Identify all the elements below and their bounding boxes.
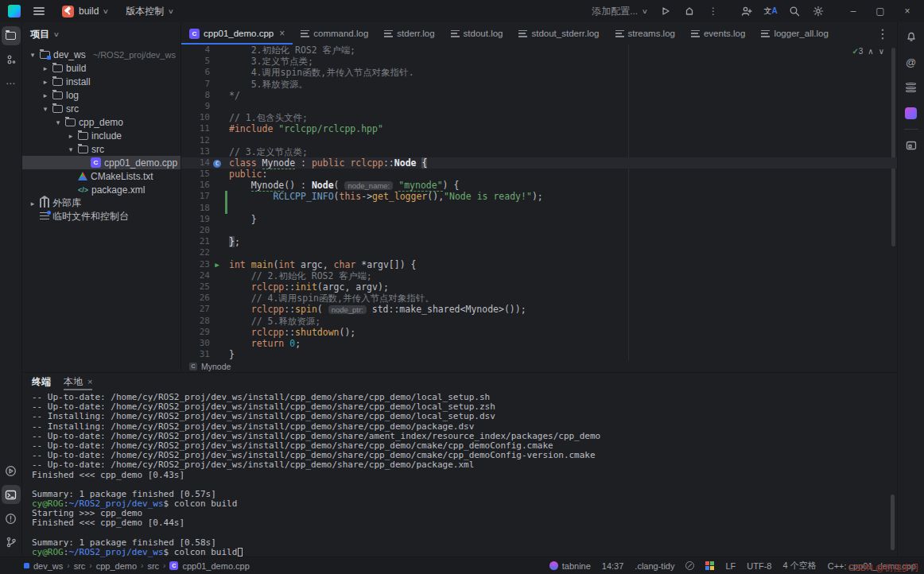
close-button[interactable]: × bbox=[895, 2, 919, 21]
tree-item-log[interactable]: ▸log bbox=[22, 88, 181, 102]
statusbar-breadcrumb-item[interactable]: cpp01_demo.cpp bbox=[182, 561, 249, 571]
editor-tab-stdout.log[interactable]: stdout.log bbox=[443, 22, 511, 45]
problems-toolwindow-button[interactable] bbox=[2, 509, 21, 528]
vcs-widget[interactable]: 版本控制 ∨ bbox=[121, 3, 178, 20]
code-line-19[interactable]: 19 } bbox=[181, 214, 897, 225]
tree-item-外部库[interactable]: ▸外部库 bbox=[22, 196, 181, 210]
project-panel-header[interactable]: 项目 ∨ bbox=[22, 22, 181, 46]
power-save-widget[interactable] bbox=[685, 561, 694, 570]
code-line-8[interactable]: 8*/ bbox=[181, 90, 897, 101]
tree-item-cpp01_demo.cpp[interactable]: Ccpp01_demo.cpp bbox=[22, 156, 181, 169]
code-with-me-button[interactable] bbox=[736, 2, 757, 20]
code-line-12[interactable]: 12 bbox=[181, 135, 897, 146]
tree-item-package.xml[interactable]: </>package.xml bbox=[22, 183, 181, 196]
chevron-icon[interactable]: ▾ bbox=[67, 145, 75, 153]
code-line-18[interactable]: 18 bbox=[181, 203, 897, 214]
close-icon[interactable]: × bbox=[87, 377, 92, 386]
code-line-28[interactable]: 28 // 5.释放资源; bbox=[181, 316, 897, 327]
terminal-toolwindow-button[interactable] bbox=[2, 485, 21, 504]
build-toolwindow-button[interactable] bbox=[902, 136, 921, 155]
chevron-icon[interactable]: ▸ bbox=[41, 64, 49, 72]
code-line-22[interactable]: 22 bbox=[181, 247, 897, 258]
statusbar-breadcrumbs[interactable]: dev_ws›src›cpp_demo›src›Ccpp01_demo.cpp bbox=[8, 561, 250, 571]
run-toolwindow-button[interactable] bbox=[2, 461, 21, 480]
code-line-30[interactable]: 30 return 0; bbox=[181, 338, 897, 349]
tree-item-build[interactable]: ▸build bbox=[22, 61, 181, 75]
settings-button[interactable] bbox=[808, 2, 829, 20]
code-line-25[interactable]: 25 rclcpp::init(argc, argv); bbox=[181, 281, 897, 293]
editor-breadcrumb[interactable]: C Mynode bbox=[181, 360, 897, 372]
terminal-output[interactable]: -- Up-to-date: /home/cy/ROS2_proj/dev_ws… bbox=[22, 390, 897, 557]
tabnine-widget[interactable]: tabnine bbox=[549, 561, 591, 571]
editor-tab-logger_all.log[interactable]: logger_all.log bbox=[753, 22, 836, 45]
chevron-icon[interactable]: ▾ bbox=[54, 118, 62, 126]
statusbar-breadcrumb-item[interactable]: src bbox=[74, 561, 86, 571]
tree-item-dev_ws[interactable]: ▾dev_ws~/ROS2_proj/dev_ws bbox=[22, 48, 181, 61]
code-line-27[interactable]: 27 rclcpp::spin( node_ptr: std::make_sha… bbox=[181, 304, 897, 315]
tree-item-临时文件和控制台[interactable]: 临时文件和控制台 bbox=[22, 210, 181, 223]
editor-tab-cpp01_demo.cpp[interactable]: Ccpp01_demo.cpp× bbox=[181, 22, 293, 45]
code-line-14[interactable]: 14Cclass Mynode : public rclcpp::Node { bbox=[181, 157, 897, 169]
indent-widget[interactable]: 4 个空格 bbox=[783, 560, 817, 572]
line-ending-widget[interactable]: LF bbox=[725, 561, 736, 571]
chevron-icon[interactable]: ▾ bbox=[41, 105, 49, 113]
plugin-widget[interactable] bbox=[705, 561, 714, 570]
translate-button[interactable]: 文A bbox=[760, 2, 781, 20]
terminal-tab-local[interactable]: 本地 × bbox=[64, 373, 92, 390]
editor-options-button[interactable]: ⋮ bbox=[868, 22, 897, 45]
code-line-15[interactable]: 15public: bbox=[181, 169, 897, 180]
encoding-widget[interactable]: UTF-8 bbox=[747, 561, 771, 571]
code-line-31[interactable]: 31} bbox=[181, 349, 897, 360]
code-line-20[interactable]: 20 bbox=[181, 225, 897, 236]
tree-item-cpp_demo[interactable]: ▾cpp_demo bbox=[22, 115, 181, 129]
terminal-scrollbar[interactable] bbox=[891, 494, 895, 550]
add-configuration-button[interactable]: 添加配置... ∨ bbox=[587, 3, 652, 20]
code-line-23[interactable]: 23▶int main(int argc, char *argv[]) { bbox=[181, 259, 897, 270]
run-gutter-icon[interactable]: ▶ bbox=[210, 259, 224, 270]
code-line-7[interactable]: 7 5.释放资源。 bbox=[181, 79, 897, 90]
code-line-13[interactable]: 13// 3.定义节点类; bbox=[181, 146, 897, 157]
statusbar-breadcrumb-item[interactable]: src bbox=[147, 561, 159, 571]
code-line-21[interactable]: 21}; bbox=[181, 236, 897, 247]
tree-item-src[interactable]: ▾src bbox=[22, 142, 181, 156]
language-widget[interactable]: C++: cpp01_demo.cpp CSDN @彷徨岁月 bbox=[828, 561, 916, 571]
chevron-icon[interactable]: ▸ bbox=[41, 91, 49, 99]
minimize-button[interactable]: – bbox=[841, 2, 865, 21]
notifications-button[interactable] bbox=[902, 27, 921, 46]
tree-item-include[interactable]: ▸include bbox=[22, 129, 181, 142]
chevron-icon[interactable]: ▸ bbox=[67, 132, 75, 140]
code-line-4[interactable]: 4 2.初始化 ROS2 客户端; bbox=[181, 45, 897, 56]
chevron-icon[interactable]: ▸ bbox=[41, 78, 49, 86]
close-icon[interactable]: × bbox=[279, 28, 285, 39]
code-line-11[interactable]: 11#include "rclcpp/rclcpp.hpp" bbox=[181, 123, 897, 134]
ai-assistant-button[interactable] bbox=[902, 103, 921, 122]
ai-chat-button[interactable]: @ bbox=[902, 52, 921, 72]
tree-item-CMakeLists.txt[interactable]: CMakeLists.txt bbox=[22, 169, 181, 183]
more-toolwindows-button[interactable]: ⋯ bbox=[2, 74, 21, 93]
class-gutter-icon[interactable]: C bbox=[210, 157, 224, 169]
maximize-button[interactable]: ▢ bbox=[868, 2, 892, 21]
project-toolwindow-button[interactable] bbox=[2, 26, 21, 45]
run-configuration-selector[interactable]: build ∨ bbox=[57, 4, 113, 19]
statusbar-breadcrumb-item[interactable]: cpp_demo bbox=[96, 561, 137, 571]
chevron-icon[interactable]: ▾ bbox=[29, 51, 37, 59]
editor-tab-streams.log[interactable]: streams.log bbox=[608, 22, 683, 45]
commit-toolwindow-button[interactable] bbox=[2, 50, 21, 69]
code-editor[interactable]: ✓3 ∧ ∨ 4 2.初始化 ROS2 客户端;5 3.定义节点类;6 4.调用… bbox=[181, 45, 897, 360]
vcs-toolwindow-button[interactable] bbox=[2, 533, 21, 552]
code-line-17[interactable]: 17 RCLCPP_INFO(this->get_logger(),"Node … bbox=[181, 191, 897, 202]
code-line-9[interactable]: 9 bbox=[181, 101, 897, 112]
search-everywhere-button[interactable] bbox=[784, 2, 805, 20]
code-line-24[interactable]: 24 // 2.初始化 ROS2 客户端; bbox=[181, 270, 897, 281]
more-actions-button[interactable]: ⋮ bbox=[703, 2, 724, 20]
code-line-6[interactable]: 6 4.调用spin函数,并传入节点对象指针. bbox=[181, 67, 897, 78]
editor-tab-stdout_stderr.log[interactable]: stdout_stderr.log bbox=[511, 22, 607, 45]
database-button[interactable] bbox=[902, 78, 921, 97]
code-line-10[interactable]: 10// 1.包含头文件; bbox=[181, 112, 897, 123]
tree-item-src[interactable]: ▾src bbox=[22, 102, 181, 115]
run-button[interactable] bbox=[655, 2, 676, 20]
code-line-16[interactable]: 16 Mynode() : Node( node_name: "mynode")… bbox=[181, 180, 897, 191]
code-line-29[interactable]: 29 rclcpp::shutdown(); bbox=[181, 327, 897, 338]
debug-button[interactable] bbox=[679, 2, 700, 20]
chevron-icon[interactable]: ▸ bbox=[29, 200, 37, 207]
